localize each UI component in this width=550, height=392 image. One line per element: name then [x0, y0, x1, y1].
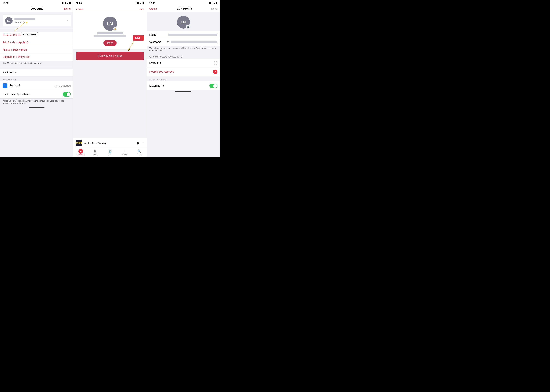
profile-name-blurred	[14, 18, 36, 20]
status-icons-3: ▐▐▐ ▲ ▉	[208, 2, 217, 4]
account-title: Account	[10, 7, 64, 10]
follow-activity-header: WHO CAN FOLLOW YOUR ACTIVITY	[147, 54, 220, 59]
status-time-2: 12:36	[76, 2, 82, 4]
status-icons-1: ▐▐▐ ▲ ▉	[62, 2, 71, 4]
search-icon: 🔍	[137, 149, 141, 153]
music-player: COUNTRY Apple Music Country ▶ ⏭	[73, 138, 147, 148]
done-button-gray[interactable]: Done	[211, 7, 217, 10]
listening-toggle[interactable]	[209, 84, 217, 88]
svg-line-0	[14, 22, 25, 31]
back-chevron-icon: ‹	[76, 8, 77, 11]
svg-point-2	[128, 49, 130, 50]
form-section: Name Username @	[147, 31, 220, 46]
listening-row[interactable]: Listening To	[147, 81, 220, 90]
tab-bar: ▶ Listen Now ⊞ Browse 📡 Radio ♪ Library …	[73, 148, 147, 157]
facebook-status: Not Connected	[55, 84, 71, 87]
contacts-row[interactable]: Contacts on Apple Music	[0, 90, 73, 99]
people-approve-label: People You Approve	[149, 70, 174, 73]
manage-subscription[interactable]: Manage Subscription	[0, 46, 73, 53]
tab-browse-label: Browse	[93, 154, 98, 155]
username-blurred	[171, 41, 217, 43]
add-funds[interactable]: Add Funds to Apple ID	[0, 39, 73, 46]
status-bar-panel2: 12:36 ▐▐▐ ▲ ▉	[73, 0, 147, 6]
tab-search[interactable]: 🔍 Search	[132, 148, 147, 157]
contacts-label: Contacts on Apple Music	[3, 93, 63, 96]
done-button[interactable]: Done	[64, 7, 71, 10]
chevron-icon: ›	[67, 19, 68, 22]
wifi-icon-3: ▲	[213, 2, 215, 4]
edit-profile-button[interactable]: EDIT	[103, 40, 117, 46]
everyone-radio[interactable]	[214, 61, 217, 65]
wifi-icon-2: ▲	[140, 2, 142, 4]
skip-button[interactable]: ⏭	[142, 141, 144, 144]
upgrade-family[interactable]: Upgrade to Family Plan	[0, 53, 73, 61]
everyone-label: Everyone	[149, 61, 161, 64]
battery-icon-3: ▉	[216, 2, 217, 4]
wifi-icon: ▲	[66, 2, 68, 4]
profile-sub-blurred	[94, 35, 126, 37]
status-bar-panel1: 12:36 ▐▐▐ ▲ ▉	[0, 0, 73, 6]
more-button[interactable]: •••	[139, 7, 144, 11]
profile-section: LM 🔒 EDIT EDIT	[73, 13, 147, 49]
follow-options: Everyone People You Approve ✓	[147, 59, 220, 77]
form-description: Your photo, name, and username will be v…	[147, 46, 220, 54]
signal-icon-3: ▐▐▐	[208, 2, 213, 4]
account-panel: 12:36 ▐▐▐ ▲ ▉ Account Done LM View Profi…	[0, 0, 73, 157]
view-profile-tooltip: View Profile	[21, 32, 38, 37]
avatar-section[interactable]: LM 📷	[147, 12, 220, 31]
account-nav-bar: Account Done	[0, 6, 73, 12]
name-row[interactable]: Name	[147, 31, 220, 38]
signal-icon: ▐▐▐	[62, 2, 66, 4]
profile-row[interactable]: LM View Profile › View Profile	[0, 13, 73, 28]
notifications-row[interactable]: Notifications ›	[0, 69, 73, 76]
browse-icon: ⊞	[94, 149, 97, 153]
back-button[interactable]: ‹ Back	[76, 8, 83, 11]
edit-profile-nav-bar: Cancel Edit Profile Done	[147, 6, 220, 12]
people-approve-radio[interactable]: ✓	[213, 70, 217, 74]
upgrade-desc: Just $5 more per month for up to 6 peopl…	[0, 61, 73, 66]
everyone-radio-row[interactable]: Everyone	[147, 59, 220, 67]
username-label: Username	[149, 41, 167, 43]
avatar-wrap[interactable]: LM 📷	[177, 16, 190, 29]
radio-icon: 📡	[108, 149, 112, 153]
name-value-blurred	[168, 34, 217, 36]
tab-library[interactable]: ♪ Library	[117, 148, 132, 157]
facebook-row[interactable]: f Facebook Not Connected	[0, 81, 73, 90]
tab-search-label: Search	[137, 154, 142, 155]
listen-now-icon: ▶	[79, 149, 83, 154]
edit-profile-panel: 12:36 ▐▐▐ ▲ ▉ Cancel Edit Profile Done L…	[147, 0, 220, 157]
profile-name-blurred-2	[97, 32, 123, 34]
facebook-label: Facebook	[9, 84, 55, 87]
battery-icon-2: ▉	[143, 2, 144, 4]
play-controls: ▶ ⏭	[137, 141, 144, 145]
tab-browse[interactable]: ⊞ Browse	[88, 148, 103, 157]
tab-radio-label: Radio	[108, 154, 112, 155]
people-approve-row[interactable]: People You Approve ✓	[147, 67, 220, 77]
follow-more-friends-button[interactable]: Follow More Friends	[76, 52, 144, 60]
edit-profile-title: Edit Profile	[177, 7, 192, 10]
tab-listen-now[interactable]: ▶ Listen Now	[73, 148, 88, 157]
contacts-desc: Apple Music will periodically check the …	[0, 99, 73, 106]
status-bar-panel3: 12:36 ▐▐▐ ▲ ▉	[147, 0, 220, 6]
library-icon: ♪	[124, 149, 125, 153]
username-row[interactable]: Username @	[147, 38, 220, 46]
music-title: Apple Music Country	[84, 142, 137, 144]
profile-nav-bar: ‹ Back •••	[73, 6, 147, 13]
name-label: Name	[149, 33, 167, 36]
show-profile-header: SHOW ON PROFILE	[147, 77, 220, 81]
listening-label: Listening To	[149, 84, 164, 87]
username-value: @	[167, 41, 217, 43]
camera-badge: 📷	[186, 25, 190, 28]
cancel-button[interactable]: Cancel	[149, 7, 157, 10]
at-symbol: @	[167, 41, 170, 43]
tab-radio[interactable]: 📡 Radio	[103, 148, 117, 157]
profile-panel: 12:36 ▐▐▐ ▲ ▉ ‹ Back ••• LM 🔒 EDIT EDIT	[73, 0, 147, 157]
tooltip-arrow	[10, 22, 29, 34]
country-album-art: COUNTRY	[76, 140, 82, 146]
avatar-large: LM 🔒	[103, 17, 117, 31]
home-indicator-3	[147, 90, 220, 93]
home-indicator-1	[0, 106, 73, 109]
battery-icon: ▉	[69, 2, 71, 4]
play-button[interactable]: ▶	[137, 141, 140, 145]
contacts-toggle[interactable]	[63, 92, 71, 97]
